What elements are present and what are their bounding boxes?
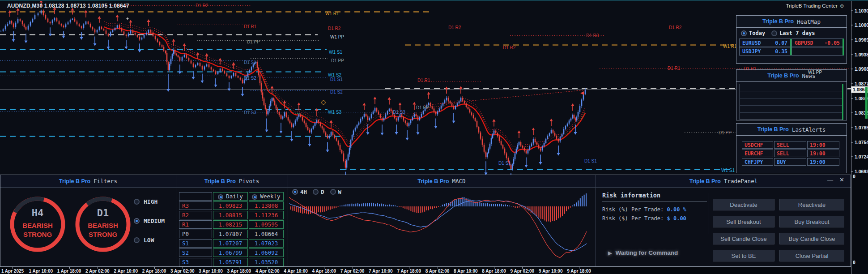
pivot-level-label: D1 R2: [448, 25, 461, 30]
pivot-level-label: W1 PP: [808, 70, 822, 75]
radio-label: Today: [749, 30, 765, 36]
time-tick: [381, 267, 381, 269]
price-tick-label: 1.08770: [855, 81, 868, 86]
time-tick-label: 8 Apr 18:00: [482, 269, 506, 274]
time-tick-label: 7 Apr 02:00: [340, 269, 365, 274]
filter-radio-medium[interactable]: MEDIUM: [134, 218, 165, 224]
trend-gauge-h4: H4BEARISHSTRONG: [7, 194, 68, 255]
radio-icon[interactable]: [252, 194, 257, 200]
buy-breakout-button[interactable]: Buy Breakout: [779, 216, 844, 227]
brand-label: Triple B Pro: [59, 178, 90, 184]
brand-label: Triple B Pro: [204, 178, 236, 184]
time-tick: [409, 267, 409, 269]
pivots-column-header[interactable]: Daily: [213, 192, 248, 201]
pivot-weekly-value: 1.06092: [249, 248, 284, 257]
pivot-level-label: D1 S1: [498, 161, 511, 166]
pivot-daily-value: 1.08815: [213, 211, 248, 219]
news-panel: Triple B Pro News: [736, 69, 847, 120]
time-tick-label: 3 Apr 02:00: [170, 269, 195, 274]
pivot-weekly-value: 1.11236: [249, 211, 284, 219]
pivots-row: P01.078071.08664: [179, 230, 284, 238]
bottom-panel-strip: Triple B ProFiltersTriple B ProPivotsTri…: [0, 175, 851, 267]
brand-label: Triple B Pro: [689, 178, 721, 184]
risk-value: $ 0.00: [667, 215, 686, 222]
panel-title: LastAlerts: [792, 126, 825, 133]
time-tick: [98, 267, 98, 269]
news-list: [740, 84, 843, 120]
radio-icon[interactable]: [134, 218, 140, 224]
time-tick: [324, 267, 324, 269]
pivot-level-label: W1 S3: [328, 110, 341, 115]
price-tick-label: 1.10305: [855, 8, 868, 13]
pivot-level-label: D1 PP: [247, 39, 260, 44]
heatmap-mode-radio[interactable]: Last 7 days: [771, 30, 815, 36]
sell-candle-close-button[interactable]: Sell Candle Close: [713, 233, 774, 244]
divider: [709, 193, 709, 234]
pivot-level-name: S2: [179, 248, 212, 257]
risk-info-header: Risk information: [602, 192, 660, 199]
buy-candle-close-button[interactable]: Buy Candle Close: [779, 233, 844, 244]
broker-brand: TripleB Trading Center☺: [786, 3, 845, 9]
macd-plot[interactable]: [289, 191, 590, 266]
panel-divider: [288, 175, 288, 266]
alert-time: 19:00: [807, 150, 839, 157]
news-row: [740, 106, 842, 113]
radio-icon[interactable]: [741, 30, 747, 36]
filter-radio-high[interactable]: HIGH: [134, 198, 157, 205]
price-axis[interactable]: 1.103051.100001.096901.093851.090801.087…: [851, 1, 868, 274]
alert-action: SELL: [774, 150, 806, 157]
close-button[interactable]: ✕: [839, 176, 844, 183]
pivot-daily-value: 1.07807: [213, 230, 248, 238]
deactivate-button[interactable]: Deactivate: [713, 199, 774, 210]
time-tick-label: 2 Apr 02:00: [85, 269, 110, 274]
filter-radio-low[interactable]: LOW: [134, 237, 154, 244]
risk-line: Risk ($) Per Trade: $ 0.00: [602, 215, 686, 222]
trading-platform-window: D1 R2W1 R1D1 R1D1 R2D1 R2D1 R2D1 R3W1 PP…: [0, 0, 868, 274]
time-tick: [551, 267, 551, 269]
pivot-level-name: R1: [179, 220, 212, 229]
set-to-be-button[interactable]: Set to BE: [713, 250, 774, 261]
heatmap-cell: USDJPY0.35: [739, 47, 791, 56]
pivot-daily-value: 1.05791: [213, 258, 248, 266]
pivot-level-label: D1 S2: [330, 90, 343, 94]
time-tick-label: 7 Apr 10:00: [369, 269, 393, 274]
time-tick-label: 1 Apr 18:00: [57, 269, 81, 274]
time-tick: [522, 267, 523, 269]
heatmap-cell-empty: [791, 47, 844, 56]
close-partial-button[interactable]: Close Partial: [779, 250, 844, 261]
pivot-level-label: W1 S1: [329, 50, 342, 55]
news-title: Triple B Pro News: [736, 70, 847, 82]
pivot-level-label: W1 S1: [721, 168, 735, 173]
radio-icon[interactable]: [218, 194, 223, 200]
brand-label: Triple B Pro: [767, 73, 799, 79]
pivot-weekly-value: 1.03520: [249, 258, 284, 266]
radio-icon[interactable]: [771, 30, 777, 36]
chart-ohlc-info: AUDNZD,M30 1.08128 1.08713 1.08105 1.086…: [7, 3, 129, 9]
heatmap-mode-radios: TodayLast 7 days: [736, 28, 847, 38]
pivots-row: S31.057911.03520: [179, 258, 284, 266]
time-tick-label: 2 Apr 18:00: [142, 269, 166, 274]
sell-breakout-button[interactable]: Sell Breakout: [713, 216, 774, 227]
pivot-level-label: D1 R1: [417, 78, 430, 83]
pivot-daily-value: 1.06799: [213, 248, 248, 257]
time-tick: [438, 267, 438, 269]
news-row: [740, 113, 842, 120]
macd-title: Triple B ProMACD: [288, 175, 596, 187]
radio-icon[interactable]: [134, 237, 140, 243]
time-axis[interactable]: 1 Apr 20251 Apr 10:001 Apr 18:002 Apr 02…: [0, 267, 851, 274]
radio-icon[interactable]: [134, 199, 140, 205]
time-tick: [353, 267, 353, 269]
gauge-state: BEARISH: [7, 222, 68, 229]
time-tick-label: 1 Apr 2025: [1, 269, 24, 274]
minimize-button[interactable]: —: [827, 176, 833, 183]
main-price-chart[interactable]: D1 R2W1 R1D1 R1D1 R2D1 R2D1 R2D1 R3W1 PP…: [0, 1, 851, 176]
heatmap-mode-radio[interactable]: Today: [741, 30, 765, 36]
price-tick-label: 1.09385: [855, 52, 868, 57]
pivots-column-header[interactable]: Weekly: [249, 192, 284, 201]
pivot-level-label: D1 S1: [244, 60, 256, 65]
window-controls: — ✕: [827, 176, 844, 183]
reactivate-button[interactable]: Reactivate: [779, 199, 844, 210]
pivot-daily-value: 1.08215: [213, 220, 248, 229]
pivot-level-label: W1 PP: [330, 34, 344, 39]
time-tick: [466, 267, 466, 269]
